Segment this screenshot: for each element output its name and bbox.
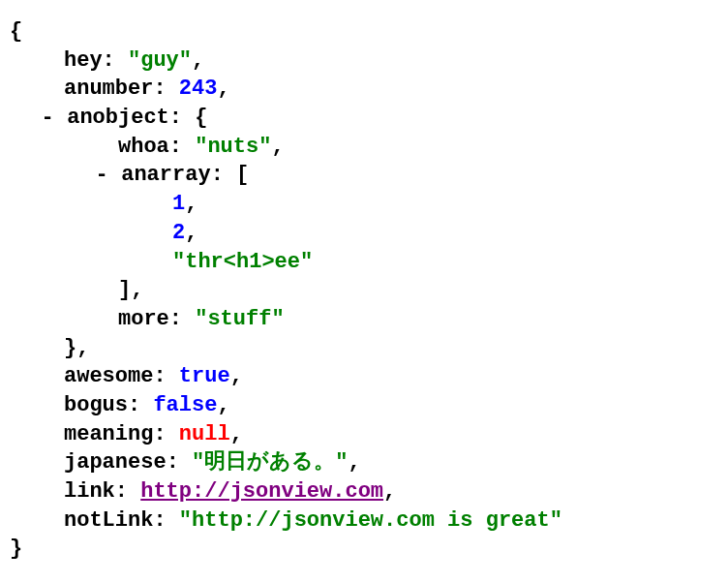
value-hey: "guy" [128, 48, 192, 73]
value-awesome: true [179, 364, 230, 388]
json-property-hey: hey: "guy", [10, 46, 718, 76]
array-item-2: "thr<h1>ee" [10, 248, 718, 277]
object-close-brace: }, [10, 334, 718, 363]
json-property-awesome: awesome: true, [10, 362, 718, 391]
json-property-bogus: bogus: false, [10, 391, 718, 420]
json-property-anumber: anumber: 243, [10, 75, 718, 104]
key-awesome: awesome [64, 364, 153, 388]
value-more: "stuff" [195, 307, 284, 331]
json-property-whoa: whoa: "nuts", [10, 133, 718, 162]
link-value[interactable]: http://jsonview.com [140, 479, 383, 504]
key-meaning: meaning [64, 422, 153, 446]
key-more: more [118, 307, 169, 331]
json-property-link: link: http://jsonview.com, [10, 477, 718, 506]
json-property-meaning: meaning: null, [10, 420, 718, 449]
key-bogus: bogus [64, 393, 128, 417]
key-hey: hey [64, 48, 103, 73]
value-anumber: 243 [179, 77, 218, 101]
key-anobject: anobject [67, 106, 169, 130]
collapse-toggle[interactable]: - [95, 161, 108, 190]
key-link: link [64, 479, 115, 504]
array-item-1: 2, [10, 219, 718, 248]
json-viewer: { hey: "guy", anumber: 243, - anobject: … [10, 17, 718, 564]
value-notlink: "http://jsonview.com is great" [179, 508, 562, 533]
key-anumber: anumber [64, 77, 153, 101]
array-item-0: 1, [10, 190, 718, 219]
value-japanese: "明日がある。" [192, 450, 348, 475]
json-property-more: more: "stuff" [10, 305, 718, 334]
root-close-brace: } [10, 535, 718, 564]
key-anarray: anarray [121, 163, 210, 187]
collapse-toggle[interactable]: - [41, 104, 54, 133]
value-bogus: false [153, 393, 217, 417]
key-japanese: japanese [64, 450, 167, 475]
array-close-bracket: ], [10, 276, 718, 305]
json-property-anarray: - anarray: [ [10, 161, 718, 190]
json-property-anobject: - anobject: { [10, 104, 718, 133]
json-property-japanese: japanese: "明日がある。", [10, 448, 718, 477]
key-notlink: notLink [64, 508, 153, 533]
value-meaning: null [179, 422, 230, 446]
root-open-brace: { [10, 17, 718, 46]
json-property-notlink: notLink: "http://jsonview.com is great" [10, 506, 718, 536]
value-whoa: "nuts" [195, 135, 271, 159]
key-whoa: whoa [118, 135, 169, 159]
